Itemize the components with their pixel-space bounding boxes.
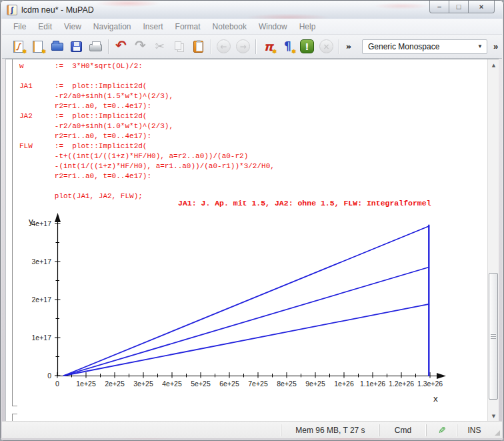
toolbar-separator [108, 39, 109, 54]
svg-text:1e+17: 1e+17 [32, 334, 52, 342]
cut-button[interactable]: ✂ [150, 38, 169, 55]
window-title: lcdm neu* - MuPAD [21, 5, 94, 15]
svg-text:1.3e+26: 1.3e+26 [417, 380, 443, 388]
font-family-select[interactable]: Generic Monospace▼ [362, 39, 487, 54]
paste-icon [193, 41, 203, 53]
sparkle-icon: ✱ [22, 49, 27, 55]
evaluate-icon: ! [300, 39, 314, 53]
menu-bar: FileEditViewNavigationInsertFormatNotebo… [2, 19, 502, 35]
chevron-down-icon: ▼ [477, 43, 483, 49]
save-icon [71, 41, 82, 52]
menu-item-navigation[interactable]: Navigation [87, 20, 137, 33]
save-button[interactable] [67, 38, 86, 55]
svg-text:3e+25: 3e+25 [133, 380, 153, 388]
overflow-icon: » [346, 42, 351, 51]
insert-text-icon: ¶ [284, 41, 291, 52]
sparkle-icon: ✱ [41, 49, 46, 55]
menu-item-edit[interactable]: Edit [32, 20, 58, 33]
toolbar-separator [255, 39, 256, 54]
sparkle-icon: ✱ [291, 49, 296, 55]
status-edit-indicator: ✎ [426, 424, 457, 436]
scroll-up-button[interactable]: ▲ [488, 59, 499, 71]
stop-icon: × [319, 39, 333, 53]
open-icon [51, 43, 63, 51]
forward-icon: → [236, 39, 250, 53]
svg-text:1.2e+26: 1.2e+26 [389, 380, 414, 388]
copy-button[interactable] [169, 38, 189, 55]
scroll-down-button[interactable]: ▼ [488, 410, 499, 421]
svg-text:0: 0 [47, 372, 51, 380]
menu-item-file[interactable]: File [7, 20, 32, 33]
font-select-value: Generic Monospace [368, 42, 439, 51]
toolbar-overflow-button[interactable]: » [491, 40, 500, 53]
menu-item-help[interactable]: Help [293, 20, 322, 33]
svg-text:1e+26: 1e+26 [334, 380, 354, 388]
toolbar-separator [339, 39, 339, 54]
close-button[interactable]: × [468, 1, 495, 13]
forward-button[interactable]: → [233, 38, 253, 55]
redo-button[interactable]: ↷ [131, 38, 150, 55]
svg-text:1e+25: 1e+25 [76, 380, 96, 388]
undo-button[interactable]: ↶ [111, 38, 131, 55]
svg-text:y: y [29, 216, 33, 226]
svg-text:5e+25: 5e+25 [191, 380, 211, 388]
svg-text:4e+25: 4e+25 [162, 380, 182, 388]
new-text-button[interactable]: ✱ [28, 38, 47, 55]
toolbar-separator [211, 39, 211, 54]
copy-icon [175, 41, 181, 50]
mupad-window: ∫ lcdm neu* - MuPAD – □ × FileEditViewNa… [0, 0, 504, 441]
resize-grip[interactable] [491, 422, 502, 438]
open-button[interactable] [47, 38, 67, 55]
overflow-button[interactable]: » [342, 38, 355, 55]
stop-button[interactable]: × [317, 38, 336, 55]
status-insert-mode: INS [457, 424, 491, 436]
print-icon [89, 44, 102, 51]
maximize-button[interactable]: □ [449, 1, 469, 13]
svg-text:3e+17: 3e+17 [32, 258, 52, 266]
app-icon: ∫ [7, 5, 17, 15]
menu-item-window[interactable]: Window [253, 20, 293, 33]
redo-icon: ↷ [135, 39, 146, 52]
undo-icon: ↶ [115, 39, 127, 52]
svg-text:7e+25: 7e+25 [248, 380, 268, 388]
svg-text:8e+25: 8e+25 [277, 380, 297, 388]
svg-text:0: 0 [55, 380, 59, 388]
insert-formula-button[interactable]: π✱ [259, 38, 278, 55]
menu-item-format[interactable]: Format [169, 20, 207, 33]
svg-text:9e+25: 9e+25 [305, 380, 325, 388]
new-notebook-button[interactable]: ∫✱ [9, 38, 28, 55]
pencil-icon: ✎ [438, 426, 446, 435]
status-memory: Mem 96 MB, T 27 s [281, 424, 379, 436]
svg-text:6e+25: 6e+25 [219, 380, 239, 388]
menu-item-view[interactable]: View [58, 20, 87, 33]
print-button[interactable] [86, 38, 105, 55]
paste-button[interactable] [189, 38, 208, 55]
status-mode: Cmd [379, 424, 426, 436]
sparkle-icon: ✱ [272, 49, 277, 55]
back-button[interactable]: ← [214, 38, 233, 55]
menu-item-notebook[interactable]: Notebook [207, 20, 253, 33]
evaluate-button[interactable]: ! [297, 38, 317, 55]
scrollbar-thumb[interactable] [489, 273, 498, 400]
svg-text:2e+25: 2e+25 [105, 380, 125, 388]
toolbar: ∫✱✱↶↷✂←→π✱¶✱!×»Generic Monospace▼» [2, 35, 502, 59]
title-bar[interactable]: ∫ lcdm neu* - MuPAD – □ × [1, 1, 503, 19]
menu-item-insert[interactable]: Insert [137, 20, 169, 33]
back-icon: ← [217, 39, 231, 53]
svg-text:1.1e+26: 1.1e+26 [360, 380, 385, 388]
svg-text:x: x [433, 394, 438, 404]
plot-canvas[interactable]: 01e+252e+253e+254e+255e+256e+257e+258e+2… [6, 59, 488, 421]
svg-text:2e+17: 2e+17 [32, 296, 52, 304]
insert-text-button[interactable]: ¶✱ [278, 38, 297, 55]
cut-icon: ✂ [155, 41, 164, 52]
svg-text:4e+17: 4e+17 [32, 219, 52, 228]
status-bar: Mem 96 MB, T 27 s Cmd ✎ INS [2, 421, 502, 438]
minimize-button[interactable]: – [429, 1, 449, 13]
notebook-area[interactable]: w := 3*H0*sqrt(OL)/2: JA1 := plot::Impli… [5, 59, 499, 421]
vertical-scrollbar[interactable]: ▲ ▼ [487, 59, 499, 421]
